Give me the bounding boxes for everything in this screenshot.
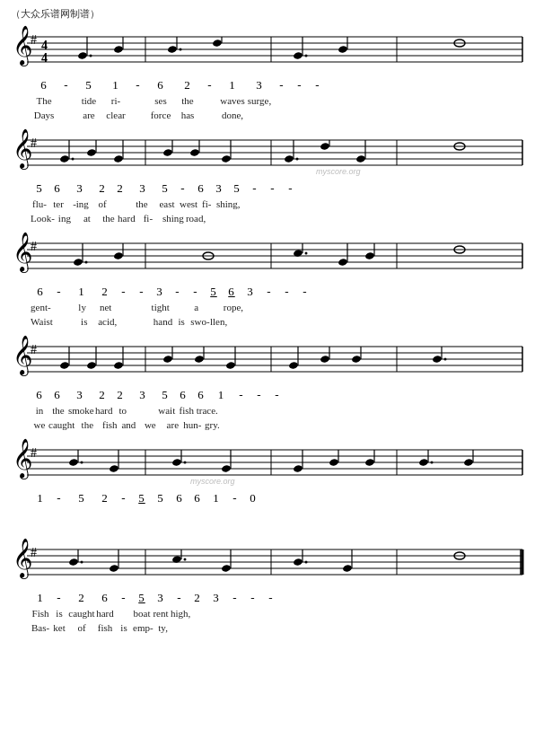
svg-point-20 bbox=[180, 48, 182, 51]
svg-point-42 bbox=[72, 158, 75, 161]
svg-point-132 bbox=[81, 462, 83, 464]
svg-point-16 bbox=[113, 45, 123, 53]
svg-point-177 bbox=[342, 564, 352, 572]
svg-point-82 bbox=[338, 258, 347, 266]
svg-point-73 bbox=[73, 258, 83, 266]
svg-text:4: 4 bbox=[41, 39, 48, 52]
svg-point-53 bbox=[284, 154, 294, 163]
staff-svg-6: 𝄞 # bbox=[11, 537, 524, 589]
svg-point-13 bbox=[77, 51, 87, 59]
lyric-row-1a: The tide ri- ses the waves surge, bbox=[11, 93, 524, 108]
svg-point-43 bbox=[86, 148, 96, 156]
svg-point-144 bbox=[364, 458, 374, 466]
svg-point-23 bbox=[293, 51, 303, 59]
svg-point-114 bbox=[351, 355, 361, 363]
svg-text:#: # bbox=[31, 446, 37, 460]
svg-point-116 bbox=[432, 355, 442, 363]
svg-point-172 bbox=[221, 564, 231, 572]
lyric-row-3a: gent- ly net tight a rope, bbox=[11, 300, 524, 314]
number-row-6: 1 - 2 6 - 5 3 - 2 3 - - - bbox=[11, 590, 524, 606]
number-row-5: 1 - 5 2 - 5 5 6 6 1 - 0 bbox=[11, 490, 524, 506]
svg-point-142 bbox=[329, 458, 338, 466]
svg-point-135 bbox=[171, 458, 181, 466]
number-row-3: 6 - 1 2 - - 3 - - 5 6 3 - - - bbox=[11, 284, 524, 300]
svg-point-40 bbox=[59, 154, 69, 163]
lyric-row-4a: in the smoke hard to wait fish trace. bbox=[11, 403, 524, 418]
staff-section-6: 𝄞 # 1 - bbox=[11, 537, 524, 635]
svg-text:4: 4 bbox=[41, 51, 48, 65]
staff-svg-2: 𝄞 # bbox=[11, 127, 524, 180]
svg-point-104 bbox=[162, 355, 172, 363]
svg-point-58 bbox=[355, 154, 365, 163]
svg-point-176 bbox=[305, 561, 308, 564]
svg-point-51 bbox=[221, 154, 231, 163]
svg-point-133 bbox=[109, 464, 118, 472]
lyric-row-4b: we caught the fish and we are hun- gry. bbox=[11, 418, 524, 432]
svg-point-81 bbox=[305, 252, 308, 255]
svg-point-108 bbox=[225, 361, 235, 369]
svg-point-140 bbox=[293, 464, 303, 472]
svg-text:myscore.org: myscore.org bbox=[316, 167, 361, 176]
svg-text:𝄞: 𝄞 bbox=[13, 232, 32, 274]
number-row-4: 6 6 3 2 2 3 5 6 6 1 - - - bbox=[11, 387, 524, 403]
staff-section-1: 𝄞 # 4 4 bbox=[11, 24, 524, 122]
staff-section-4: 𝄞 # bbox=[11, 334, 524, 432]
lyric-row-6b: Bas- ket of fish is emp- ty, bbox=[11, 620, 524, 635]
svg-text:𝄞: 𝄞 bbox=[13, 25, 32, 67]
lyric-row-1b: Days are clear force has done, bbox=[11, 108, 524, 122]
staff-section-3: 𝄞 # 6 - bbox=[11, 231, 524, 329]
svg-point-148 bbox=[431, 462, 434, 464]
svg-text:𝄞: 𝄞 bbox=[13, 538, 32, 580]
svg-point-167 bbox=[109, 564, 118, 572]
svg-text:𝄞: 𝄞 bbox=[13, 128, 32, 171]
svg-point-56 bbox=[320, 142, 329, 150]
number-row-1: 6 - 5 1 - 6 2 - 1 3 - - - bbox=[11, 77, 524, 93]
svg-point-100 bbox=[86, 361, 96, 369]
watermark-top: （大众乐谱网制谱） bbox=[11, 7, 524, 21]
svg-point-55 bbox=[296, 158, 299, 161]
svg-point-15 bbox=[90, 55, 92, 57]
svg-point-21 bbox=[212, 39, 222, 47]
svg-point-76 bbox=[113, 251, 123, 259]
lyric-row-3b: Waist is acid, hand is swo- llen, bbox=[11, 314, 524, 329]
page: （大众乐谱网制谱） 𝄞 # 4 4 bbox=[0, 0, 535, 756]
staff-section-5: 𝄞 # bbox=[11, 437, 524, 532]
svg-point-171 bbox=[184, 558, 187, 561]
svg-point-166 bbox=[81, 561, 83, 564]
staff-svg-5: 𝄞 # bbox=[11, 437, 524, 489]
svg-point-84 bbox=[364, 251, 374, 259]
svg-point-112 bbox=[320, 355, 329, 363]
svg-point-164 bbox=[68, 558, 78, 566]
svg-point-137 bbox=[184, 462, 187, 464]
svg-text:#: # bbox=[31, 343, 37, 356]
svg-point-25 bbox=[305, 55, 308, 57]
svg-point-47 bbox=[162, 148, 172, 156]
svg-text:myscore.org: myscore.org bbox=[190, 477, 235, 486]
lyric-row-2a: flu- ter -ing of the east west fi- shing… bbox=[11, 197, 524, 211]
svg-point-75 bbox=[85, 261, 88, 264]
svg-point-106 bbox=[194, 355, 204, 363]
staff-svg-3: 𝄞 # bbox=[11, 231, 524, 283]
svg-point-98 bbox=[59, 361, 69, 369]
svg-text:𝄞: 𝄞 bbox=[13, 438, 32, 480]
svg-point-130 bbox=[68, 458, 78, 466]
svg-point-26 bbox=[338, 45, 347, 53]
lyric-row-2b: Look- ing at the hard fi- shing road, bbox=[11, 211, 524, 225]
svg-text:𝄞: 𝄞 bbox=[13, 335, 32, 377]
svg-point-49 bbox=[189, 148, 199, 156]
svg-point-18 bbox=[167, 45, 177, 53]
svg-text:#: # bbox=[31, 33, 37, 47]
svg-point-174 bbox=[293, 558, 303, 566]
svg-text:#: # bbox=[31, 240, 37, 253]
svg-text:#: # bbox=[31, 136, 37, 150]
svg-point-149 bbox=[463, 458, 473, 466]
staff-section-2: 𝄞 # bbox=[11, 127, 524, 225]
staff-svg-1: 𝄞 # 4 4 bbox=[11, 24, 524, 76]
svg-point-102 bbox=[113, 361, 123, 369]
svg-text:#: # bbox=[31, 546, 37, 559]
svg-point-45 bbox=[113, 154, 123, 163]
svg-point-138 bbox=[221, 464, 231, 472]
number-row-2: 5 6 3 2 2 3 5 - 6 3 5 - - - bbox=[11, 180, 524, 197]
svg-point-146 bbox=[418, 458, 428, 466]
svg-point-118 bbox=[444, 358, 447, 361]
